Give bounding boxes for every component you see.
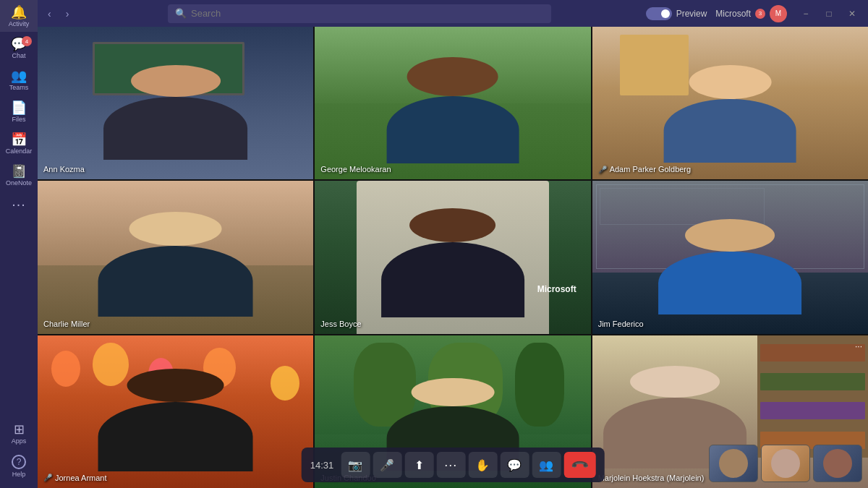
sidebar: 🔔 Activity 💬 4 Chat 👥 Teams 📄 Files 📅 Ca…: [0, 0, 38, 488]
sidebar-item-label: Chat: [12, 52, 25, 59]
participant-video-6: [38, 335, 313, 488]
sidebar-item-label: Teams: [9, 84, 29, 91]
share-button[interactable]: ⬆: [404, 452, 433, 478]
sidebar-nav: 🔔 Activity 💬 4 Chat 👥 Teams 📄 Files 📅 Ca…: [0, 0, 38, 215]
back-button[interactable]: ‹: [43, 7, 56, 21]
titlebar: ‹ › 🔍 Preview Microsoft 3 M − □ ✕: [38, 0, 868, 27]
sidebar-item-label: Help: [12, 471, 26, 478]
chat-button[interactable]: 💬: [500, 452, 529, 478]
search-input[interactable]: [191, 8, 544, 19]
video-cell-charlie: Charlie Miller: [38, 181, 313, 333]
participant-name-0: Ann Kozma: [43, 165, 85, 174]
video-cell-adam: 🎤 Adam Parker Goldberg: [592, 27, 868, 179]
teams-icon: 👥: [11, 69, 27, 82]
more-dots-icon: ···: [444, 458, 457, 473]
titlebar-left: ‹ ›: [43, 7, 73, 21]
participant-thumb-2[interactable]: [813, 445, 862, 482]
activity-icon: 🔔: [11, 6, 27, 19]
participant-name-1: George Melookaran: [320, 165, 391, 174]
video-icon: 📷: [348, 458, 362, 472]
video-button[interactable]: 📷: [341, 452, 370, 478]
call-controls: 14:31 📷 🎤 ⬆ ··· ✋ 💬 👥 📞: [302, 448, 605, 482]
end-call-button[interactable]: 📞: [563, 452, 595, 478]
apps-icon: ⊞: [14, 423, 25, 436]
participant-name-2: 🎤 Adam Parker Goldberg: [598, 165, 692, 174]
titlebar-right: Preview Microsoft 3 M − □ ✕: [646, 4, 862, 24]
participant-thumb-0[interactable]: [709, 445, 758, 482]
video-cell-george: George Melookaran: [315, 27, 590, 179]
chat-badge: 4: [22, 36, 32, 46]
sidebar-item-chat[interactable]: 💬 4 Chat: [0, 32, 38, 64]
search-bar[interactable]: 🔍: [168, 4, 551, 23]
participants-icon: 👥: [539, 458, 553, 472]
avatar[interactable]: M: [770, 5, 787, 22]
window-controls: − □ ✕: [796, 4, 862, 24]
sidebar-item-label: Calendar: [6, 147, 33, 155]
minimize-button[interactable]: −: [796, 4, 816, 24]
sidebar-item-apps[interactable]: ⊞ Apps: [0, 417, 38, 449]
participants-button[interactable]: 👥: [532, 452, 561, 478]
help-icon: ?: [12, 455, 26, 469]
maximize-button[interactable]: □: [819, 4, 839, 24]
video-cell-ann-kozma: Ann Kozma: [38, 27, 313, 179]
video-grid: Ann Kozma George Melookaran: [38, 27, 868, 488]
mute-button[interactable]: 🎤: [373, 452, 401, 478]
mic-icon: 🎤: [380, 458, 394, 472]
end-call-icon: 📞: [569, 455, 590, 475]
call-timer: 14:31: [310, 460, 334, 471]
notification-badge: 3: [755, 9, 765, 19]
sidebar-item-label: Activity: [9, 20, 30, 27]
participant-strip: [709, 445, 862, 482]
onenote-icon: 📓: [11, 165, 27, 178]
preview-label: Preview: [676, 9, 707, 19]
user-name: Microsoft: [715, 9, 751, 19]
hand-icon: ✋: [475, 458, 490, 472]
search-icon: 🔍: [175, 8, 187, 19]
participant-thumb-1[interactable]: [761, 445, 810, 482]
video-cell-jim: Jim Federico: [592, 181, 868, 333]
sidebar-item-label: Apps: [12, 437, 27, 445]
mic-on-icon: 🎤: [598, 166, 607, 174]
participant-name-6: 🎤 Jornea Armant: [43, 474, 107, 482]
participant-name-8: Marjolein Hoekstra (Marjolein): [598, 474, 705, 482]
more-button[interactable]: ···: [436, 452, 465, 478]
video-cell-jornea: 🎤 Jornea Armant: [38, 335, 313, 488]
participant-video-1: [315, 27, 590, 179]
more-icon: ···: [12, 197, 26, 211]
participant-name-3: Charlie Miller: [43, 320, 90, 328]
sidebar-item-files[interactable]: 📄 Files: [0, 95, 38, 127]
sidebar-item-label: OneNote: [6, 179, 32, 187]
forward-button[interactable]: ›: [61, 7, 74, 21]
participant-name-4: Jess Boyce: [320, 320, 361, 328]
sidebar-item-teams[interactable]: 👥 Teams: [0, 64, 38, 95]
participant-video-5: [592, 181, 868, 333]
video-cell-jess: Microsoft Jess Boyce: [315, 181, 590, 333]
toggle-switch[interactable]: [646, 7, 672, 20]
mic-on-icon-6: 🎤: [43, 474, 52, 481]
user-area: Microsoft 3 M: [715, 5, 787, 22]
main-content: ‹ › 🔍 Preview Microsoft 3 M − □ ✕: [38, 0, 868, 488]
files-icon: 📄: [11, 101, 27, 114]
sidebar-item-more[interactable]: ···: [0, 191, 38, 215]
participant-video-0: [38, 27, 313, 179]
sidebar-item-calendar[interactable]: 📅 Calendar: [0, 127, 38, 159]
chat-icon: 💬: [507, 458, 522, 472]
sidebar-item-label: Files: [12, 116, 25, 123]
share-icon: ⬆: [414, 458, 424, 472]
participant-video-3: [38, 181, 313, 333]
participant-video-4: Microsoft: [315, 181, 590, 333]
sidebar-item-activity[interactable]: 🔔 Activity: [0, 0, 38, 32]
close-button[interactable]: ✕: [842, 4, 862, 24]
raise-hand-button[interactable]: ✋: [468, 452, 497, 478]
sidebar-item-onenote[interactable]: 📓 OneNote: [0, 159, 38, 191]
sidebar-item-help[interactable]: ? Help: [0, 449, 38, 482]
participant-video-2: [592, 27, 868, 179]
sidebar-bottom: ⊞ Apps ? Help: [0, 417, 38, 488]
preview-toggle[interactable]: Preview: [646, 7, 707, 20]
participant-name-5: Jim Federico: [598, 320, 644, 328]
more-options-badge[interactable]: ···: [855, 341, 862, 351]
calendar-icon: 📅: [11, 133, 27, 146]
